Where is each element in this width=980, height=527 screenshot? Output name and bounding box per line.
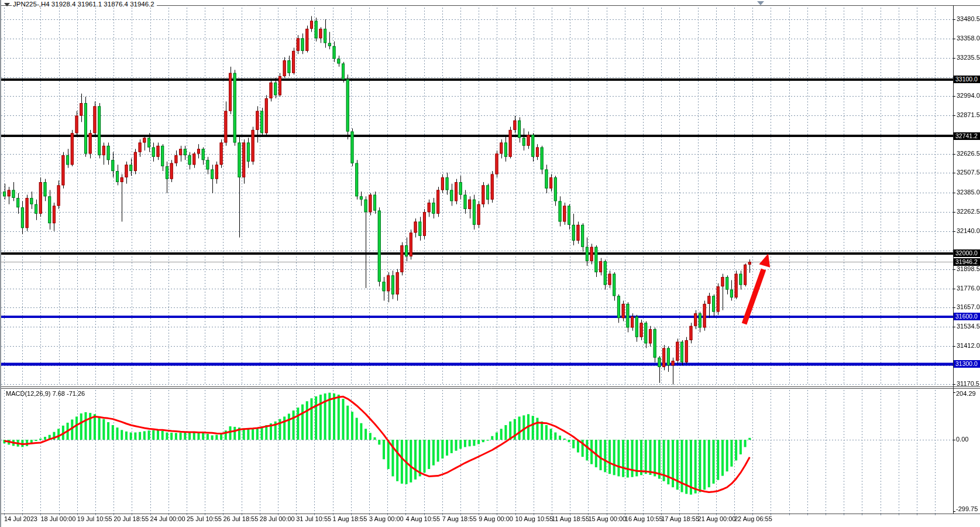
price-axis[interactable] <box>954 5 980 514</box>
macd-name: MACD(12,26,9) <box>6 390 50 397</box>
chart-canvas[interactable] <box>1 0 980 527</box>
symbol-dropdown-icon[interactable] <box>4 3 10 6</box>
macd-signal-value: -71.26 <box>67 390 85 397</box>
macd-main-value: 7.68 <box>52 390 64 397</box>
chart-title: JPN225-,H4 31928.4 31961.1 31876.4 31946… <box>12 1 157 8</box>
chart-shift-marker-icon[interactable] <box>757 1 764 5</box>
symbol-period-label: JPN225-,H4 <box>13 1 50 8</box>
ohlc-values: 31928.4 31961.1 31876.4 31946.2 <box>51 1 154 8</box>
chart-window: JPN225-,H4 31928.4 31961.1 31876.4 31946… <box>0 0 980 527</box>
time-axis[interactable] <box>1 514 953 527</box>
macd-indicator-label: MACD(12,26,9) 7.68 -71.26 <box>6 390 85 397</box>
